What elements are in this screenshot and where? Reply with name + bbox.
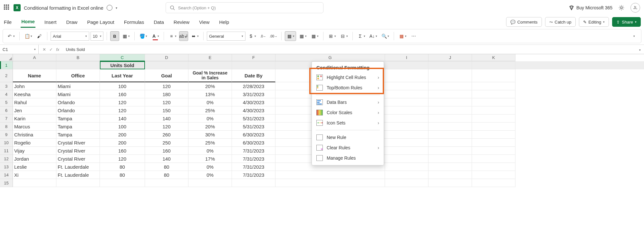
cell-pct[interactable]: 13% <box>188 90 232 98</box>
cell[interactable] <box>428 131 472 139</box>
cell[interactable] <box>472 90 515 98</box>
cell-date[interactable]: 2/28/2023 <box>232 82 275 90</box>
cell-goal[interactable]: 180 <box>145 90 188 98</box>
cell[interactable] <box>385 90 428 98</box>
cell[interactable] <box>385 61 428 69</box>
header-date[interactable]: Date By <box>232 69 275 82</box>
format-painter-button[interactable]: 🖌 <box>35 31 44 41</box>
cell[interactable] <box>472 163 515 171</box>
cell[interactable] <box>385 98 428 106</box>
cell-goal[interactable]: 250 <box>145 139 188 147</box>
cell[interactable] <box>56 179 100 187</box>
share-button[interactable]: ⇪Share▾ <box>612 17 641 27</box>
column-header-A[interactable]: A <box>13 54 56 61</box>
cell-name[interactable]: Leslie <box>13 163 56 171</box>
cf-manage-rules[interactable]: Manage Rules <box>312 153 384 163</box>
cell-pct[interactable]: 30% <box>188 131 232 139</box>
cell-office[interactable]: Orlando <box>56 106 100 114</box>
delete-cells-button[interactable]: ⊟▾ <box>339 31 349 41</box>
formula-input[interactable]: Units Sold <box>63 47 636 52</box>
cell[interactable] <box>275 179 385 187</box>
cell-goal[interactable]: 120 <box>145 123 188 131</box>
cell[interactable] <box>385 139 428 147</box>
cell[interactable] <box>188 61 232 69</box>
row-header-13[interactable]: 13 <box>0 163 13 171</box>
menu-help[interactable]: Help <box>218 17 230 27</box>
cell-last[interactable]: 100 <box>100 82 145 90</box>
wrap-text-button[interactable]: ab↲ <box>179 31 188 41</box>
column-header-G[interactable]: G <box>275 54 385 61</box>
cell[interactable] <box>13 179 56 187</box>
row-header-6[interactable]: 6 <box>0 106 13 114</box>
font-color-button[interactable]: A▾ <box>150 31 160 41</box>
cell[interactable] <box>385 171 428 179</box>
cancel-formula-icon[interactable]: ✕ <box>43 47 46 52</box>
font-family-select[interactable]: Arial▾ <box>51 32 89 41</box>
row-header-4[interactable]: 4 <box>0 90 13 98</box>
cell-date[interactable]: 7/31/2023 <box>232 147 275 155</box>
cell-office[interactable]: Tampa <box>56 131 100 139</box>
cell-goal[interactable]: 80 <box>145 171 188 179</box>
cell-last[interactable]: 160 <box>100 147 145 155</box>
fill-color-button[interactable]: 🪣▾ <box>138 31 149 41</box>
cell-last[interactable]: 200 <box>100 131 145 139</box>
row-header-8[interactable]: 8 <box>0 123 13 131</box>
expand-formula-bar[interactable]: ▾ <box>636 47 644 52</box>
borders-button[interactable]: ▦▾ <box>120 31 131 41</box>
menu-formulas[interactable]: Formulas <box>123 17 145 27</box>
settings-icon[interactable] <box>618 5 625 11</box>
cell-office[interactable]: Tampa <box>56 123 100 131</box>
cell-date[interactable]: 5/31/2023 <box>232 114 275 123</box>
cell-last[interactable]: 120 <box>100 106 145 114</box>
cell-office[interactable]: Crystal River <box>56 155 100 163</box>
cell[interactable] <box>385 123 428 131</box>
cell-date[interactable]: 6/30/2023 <box>232 131 275 139</box>
menu-view[interactable]: View <box>198 17 210 27</box>
cell-office[interactable]: Crystal River <box>56 147 100 155</box>
column-header-J[interactable]: J <box>428 54 472 61</box>
cf-top-bottom-rules[interactable]: Top/Bottom Rules› <box>312 83 384 93</box>
cf-highlight-cell-rules[interactable]: Highlight Cell Rules› <box>312 72 384 83</box>
cell-last[interactable]: 140 <box>100 114 145 123</box>
cell[interactable] <box>385 179 428 187</box>
cell-pct[interactable]: 0% <box>188 98 232 106</box>
cell[interactable] <box>428 106 472 114</box>
document-title[interactable]: Conditional formatting in Excel online <box>24 5 103 11</box>
cell-pct[interactable]: 0% <box>188 114 232 123</box>
currency-button[interactable]: $▾ <box>247 31 257 41</box>
menu-file[interactable]: File <box>3 17 12 27</box>
cell[interactable] <box>472 179 515 187</box>
decrease-decimal-button[interactable]: .0← <box>259 31 268 41</box>
cell-last[interactable]: 160 <box>100 90 145 98</box>
paste-button[interactable]: 📋▾ <box>23 31 34 41</box>
cf-new-rule[interactable]: New Rule <box>312 132 384 143</box>
cell[interactable] <box>472 147 515 155</box>
cell[interactable] <box>472 82 515 90</box>
column-header-D[interactable]: D <box>145 54 188 61</box>
cell[interactable] <box>100 179 145 187</box>
format-table-button[interactable]: ▦▾ <box>297 31 308 41</box>
cell[interactable] <box>385 106 428 114</box>
row-header-14[interactable]: 14 <box>0 171 13 179</box>
row-header-1[interactable]: 1 <box>0 61 13 69</box>
cell-goal[interactable]: 140 <box>145 114 188 123</box>
cell[interactable] <box>472 155 515 163</box>
cell-office[interactable]: Miami <box>56 90 100 98</box>
cell[interactable] <box>472 106 515 114</box>
bold-button[interactable]: B <box>110 31 119 41</box>
cell[interactable] <box>428 123 472 131</box>
cf-data-bars[interactable]: Data Bars› <box>312 97 384 107</box>
column-header-F[interactable]: F <box>232 54 275 61</box>
cell-name[interactable]: Marcus <box>13 123 56 131</box>
column-header-E[interactable]: E <box>188 54 232 61</box>
cell-pct[interactable]: 20% <box>188 123 232 131</box>
search-input[interactable]: Search (Option + Q) <box>166 2 323 13</box>
cell-last[interactable]: 100 <box>100 123 145 131</box>
cell-last[interactable]: 120 <box>100 98 145 106</box>
cell-date[interactable]: 7/31/2023 <box>232 155 275 163</box>
cell-goal[interactable]: 140 <box>145 155 188 163</box>
cell-office[interactable]: Orlando <box>56 98 100 106</box>
cell-last[interactable]: 120 <box>100 155 145 163</box>
cell-office[interactable]: Tampa <box>56 114 100 123</box>
conditional-formatting-button[interactable]: ▦▾ <box>285 31 296 41</box>
